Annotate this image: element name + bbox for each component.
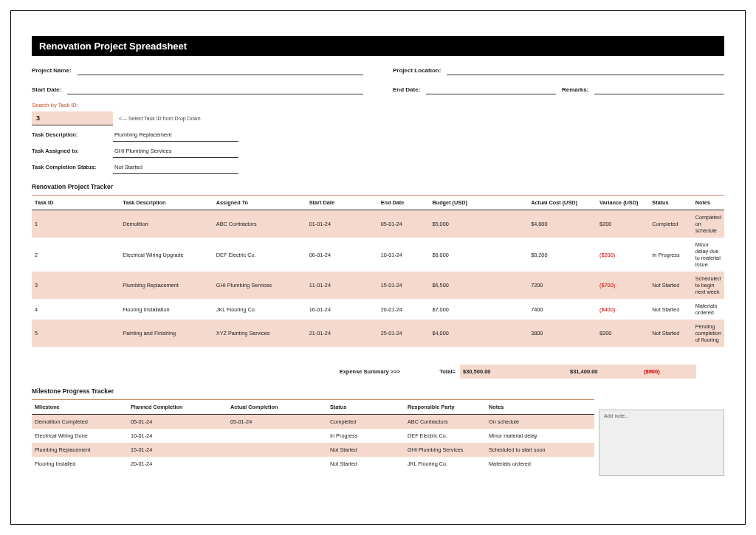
table-cell: 10-01-24 <box>378 238 430 272</box>
detail-label: Task Assigned to: <box>32 145 113 158</box>
table-cell: Materials ordered <box>486 457 594 471</box>
project-location-label: Project Location: <box>393 67 441 75</box>
project-name-label: Project Name: <box>32 67 72 75</box>
table-cell: 15-01-24 <box>378 272 430 299</box>
table-row: Electrical Wiring Done10-01-24In Progres… <box>32 429 594 443</box>
project-location-row: Project Location: <box>393 66 724 75</box>
table-cell: Electrical Wiring Upgrade <box>120 238 213 272</box>
table-cell: JKL Flooring Co. <box>213 299 306 320</box>
table-row: 4Flooring InstallationJKL Flooring Co.16… <box>32 299 724 320</box>
milestone-header: Responsible Party <box>405 400 486 415</box>
table-cell: 2 <box>32 238 120 272</box>
tracker-header: Task Description <box>120 196 213 210</box>
table-cell: Materials ordered <box>693 299 724 320</box>
milestone-header: Milestone <box>32 400 128 415</box>
search-detail-row: Task Description:Plumbing Replacement <box>32 128 724 142</box>
table-cell: 4 <box>32 299 120 320</box>
search-row: 3 <--- Select Task ID from Drop Down <box>32 111 724 125</box>
table-cell: 5 <box>32 320 120 347</box>
milestone-header: Notes <box>486 400 594 415</box>
table-cell: Not Started <box>649 272 692 299</box>
table-cell: Minor delay due to material issue <box>693 238 724 272</box>
tracker-header: End Date <box>378 196 430 210</box>
tracker-header: Assigned To <box>213 196 306 210</box>
detail-value: Not Started <box>113 161 238 174</box>
table-cell: In Progress <box>649 238 692 272</box>
detail-label: Task Completion Status: <box>32 161 113 174</box>
table-cell: ($200) <box>597 238 649 272</box>
remarks-input[interactable] <box>594 86 724 94</box>
table-cell: ABC Contractors <box>213 210 306 238</box>
table-cell: Plumbing Replacement <box>120 272 213 299</box>
expense-summary: Expense Summary >>> Total= $30,500.00 $3… <box>32 365 724 379</box>
table-cell <box>227 429 327 443</box>
table-cell: Flooring Installed <box>32 457 128 471</box>
table-cell: $200 <box>597 320 649 347</box>
table-cell: DEF Electric Co. <box>213 238 306 272</box>
table-cell: $5,000 <box>429 210 528 238</box>
search-detail-row: Task Completion Status:Not Started <box>32 161 724 174</box>
tracker-header: Variance (USD) <box>597 196 649 210</box>
table-cell: Electrical Wiring Done <box>32 429 128 443</box>
table-cell: Completed <box>649 210 692 238</box>
table-cell: Completed <box>327 415 405 429</box>
search-details: Task Description:Plumbing ReplacementTas… <box>32 128 724 174</box>
milestone-title: Milestone Progress Tracker <box>32 387 724 395</box>
table-cell: 11-01-24 <box>306 272 378 299</box>
tracker-header: Task ID <box>32 196 120 210</box>
table-cell: $200 <box>597 210 649 238</box>
start-date-label: Start Date: <box>32 86 61 94</box>
table-cell: 16-01-24 <box>306 299 378 320</box>
start-date-input[interactable] <box>67 86 363 94</box>
table-cell: $4,000 <box>429 320 528 347</box>
table-cell: $4,800 <box>528 210 597 238</box>
table-cell: Painting and Finishing <box>120 320 213 347</box>
start-date-row: Start Date: <box>32 86 363 94</box>
tracker-header: Actual Cost (USD) <box>528 196 597 210</box>
table-cell: Scheduled to start soon <box>486 443 594 457</box>
tracker-title: Renovation Project Tracker <box>32 183 724 190</box>
add-note-box[interactable]: Add note... <box>599 410 724 476</box>
tracker-table: Task IDTask DescriptionAssigned ToStart … <box>32 195 724 347</box>
table-cell: 10-01-24 <box>128 429 227 443</box>
table-cell: GHI Plumbing Services <box>213 272 306 299</box>
table-row: 2Electrical Wiring UpgradeDEF Electric C… <box>32 238 724 272</box>
budget-total: $30,500.00 <box>460 365 567 379</box>
table-row: Flooring Installed20-01-24Not StartedJKL… <box>32 457 594 471</box>
table-row: 5Painting and FinishingXYZ Painting Serv… <box>32 320 724 347</box>
milestone-header: Status <box>327 400 405 415</box>
table-cell: ($700) <box>597 272 649 299</box>
milestone-header-row: MilestonePlanned CompletionActual Comple… <box>32 400 594 415</box>
table-cell: $8,200 <box>528 238 597 272</box>
search-label: Search by Task ID: <box>32 102 724 108</box>
table-cell: ABC Contractors <box>405 415 486 429</box>
table-cell: 3 <box>32 272 120 299</box>
table-cell: Not Started <box>327 443 405 457</box>
expense-label: Expense Summary >>> <box>327 365 405 379</box>
table-cell: 7400 <box>528 299 597 320</box>
table-cell: 3800 <box>528 320 597 347</box>
tracker-header: Notes <box>693 196 724 210</box>
end-date-input[interactable] <box>426 86 556 94</box>
table-cell: Flooring Installation <box>120 299 213 320</box>
detail-label: Task Description: <box>32 128 113 142</box>
table-cell: Not Started <box>649 299 692 320</box>
table-cell: ($400) <box>597 299 649 320</box>
search-detail-row: Task Assigned to:GHI Plumbing Services <box>32 145 724 158</box>
tracker-header-row: Task IDTask DescriptionAssigned ToStart … <box>32 196 724 210</box>
table-cell: 20-01-24 <box>128 457 227 471</box>
table-cell: Scheduled to begin next week <box>693 272 724 299</box>
table-row: Plumbing Replacement15-01-24Not StartedG… <box>32 443 594 457</box>
table-cell: Demolition <box>120 210 213 238</box>
project-name-input[interactable] <box>78 66 363 75</box>
project-location-input[interactable] <box>447 66 724 75</box>
table-cell: 1 <box>32 210 120 238</box>
task-id-dropdown[interactable]: 3 <box>32 111 113 125</box>
table-cell <box>227 457 327 471</box>
tracker-header: Status <box>649 196 692 210</box>
total-label: Total= <box>405 365 460 379</box>
milestone-header: Actual Completion <box>227 400 327 415</box>
remarks-label: Remarks: <box>562 86 588 94</box>
table-cell: Minor material delay <box>486 429 594 443</box>
table-cell: DEF Electric Co. <box>405 429 486 443</box>
